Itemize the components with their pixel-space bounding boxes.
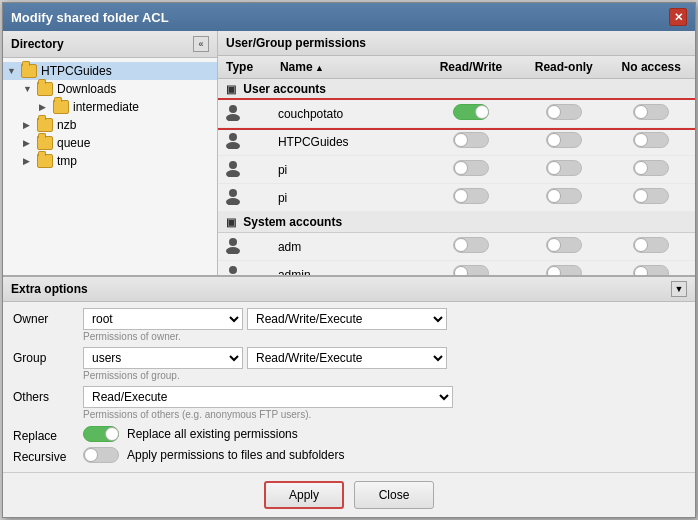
collapse-button[interactable]: «: [193, 36, 209, 52]
htpcguides-read-only[interactable]: [520, 128, 608, 156]
extra-options-expand-button[interactable]: ▼: [671, 281, 687, 297]
pi2-read-write[interactable]: [422, 184, 520, 212]
pi2-read-only[interactable]: [520, 184, 608, 212]
svg-point-2: [229, 133, 237, 141]
user-name-pi1: pi: [272, 156, 422, 184]
adm-read-only[interactable]: [520, 233, 608, 261]
pi2-no-access[interactable]: [607, 184, 695, 212]
tree-item-nzb[interactable]: ▶ nzb: [3, 116, 217, 134]
toggle-couchpotato-ro[interactable]: [546, 104, 582, 120]
tree-item-intermediate[interactable]: ▶ intermediate: [3, 98, 217, 116]
toggle-couchpotato-rw[interactable]: [453, 104, 489, 120]
user-accounts-toggle[interactable]: ▣: [226, 83, 236, 95]
user-name-pi2: pi: [272, 184, 422, 212]
replace-toggle[interactable]: [83, 426, 119, 442]
admin-no-access[interactable]: [607, 261, 695, 276]
system-accounts-toggle[interactable]: ▣: [226, 216, 236, 228]
toggle-htpcguides-na[interactable]: [633, 132, 669, 148]
owner-selects: root Read/Write/Execute: [83, 308, 685, 330]
group-permission-select[interactable]: Read/Write/Execute: [247, 347, 447, 369]
system-name-admin: admin: [272, 261, 422, 276]
adm-no-access[interactable]: [607, 233, 695, 261]
directory-panel: Directory « ▼ HTPCGuides ▼ Downloads: [3, 31, 218, 275]
toggle-adm-na[interactable]: [633, 237, 669, 253]
tree-item-downloads[interactable]: ▼ Downloads: [3, 80, 217, 98]
owner-content: root Read/Write/Execute Permissions of o…: [83, 308, 685, 345]
toggle-pi1-na[interactable]: [633, 160, 669, 176]
modify-acl-dialog: Modify shared folder ACL ✕ Directory « ▼…: [2, 2, 696, 518]
col-no-access: No access: [607, 56, 695, 79]
toggle-htpcguides-ro[interactable]: [546, 132, 582, 148]
admin-read-only[interactable]: [520, 261, 608, 276]
permissions-table-container: Type Name Read/Write Read-only No access…: [218, 56, 695, 275]
user-accounts-label: User accounts: [243, 82, 326, 96]
folder-icon-nzb: [37, 118, 53, 132]
others-content: Read/Execute Permissions of others (e.g.…: [83, 386, 685, 423]
toggle-pi1-ro[interactable]: [546, 160, 582, 176]
toggle-pi2-ro[interactable]: [546, 188, 582, 204]
group-selects: users Read/Write/Execute: [83, 347, 685, 369]
recursive-text: Apply permissions to files and subfolder…: [127, 448, 344, 462]
svg-point-7: [226, 198, 240, 205]
tree-label-htpcguides: HTPCGuides: [41, 64, 112, 78]
tree-item-queue[interactable]: ▶ queue: [3, 134, 217, 152]
toggle-pi2-rw[interactable]: [453, 188, 489, 204]
tree-label-nzb: nzb: [57, 118, 76, 132]
toggle-couchpotato-na[interactable]: [633, 104, 669, 120]
permissions-title: User/Group permissions: [226, 36, 366, 50]
close-button[interactable]: Close: [354, 481, 434, 509]
toggle-pi1-rw[interactable]: [453, 160, 489, 176]
couchpotato-no-access[interactable]: [607, 100, 695, 128]
htpcguides-read-write[interactable]: [422, 128, 520, 156]
apply-button[interactable]: Apply: [264, 481, 344, 509]
svg-point-10: [229, 266, 237, 274]
toggle-adm-ro[interactable]: [546, 237, 582, 253]
owner-permission-select[interactable]: Read/Write/Execute: [247, 308, 447, 330]
recursive-toggle[interactable]: [83, 447, 119, 463]
pi1-no-access[interactable]: [607, 156, 695, 184]
system-accounts-label: System accounts: [243, 215, 342, 229]
user-row-pi2: pi: [218, 184, 695, 212]
svg-point-3: [226, 142, 240, 149]
couchpotato-read-only[interactable]: [520, 100, 608, 128]
replace-label: Replace: [13, 425, 83, 443]
extra-options-body: Owner root Read/Write/Execute Permission…: [3, 302, 695, 472]
svg-point-9: [226, 247, 240, 254]
extra-options-header: Extra options ▼: [3, 277, 695, 302]
user-icon-couchpotato: [218, 100, 272, 128]
dialog-close-button[interactable]: ✕: [669, 8, 687, 26]
tree-item-tmp[interactable]: ▶ tmp: [3, 152, 217, 170]
toggle-admin-na[interactable]: [633, 265, 669, 275]
col-read-only: Read-only: [520, 56, 608, 79]
actions-row: Apply Close: [3, 472, 695, 517]
owner-select[interactable]: root: [83, 308, 243, 330]
adm-read-write[interactable]: [422, 233, 520, 261]
folder-icon-queue: [37, 136, 53, 150]
dialog-title: Modify shared folder ACL: [11, 10, 169, 25]
pi1-read-only[interactable]: [520, 156, 608, 184]
admin-read-write[interactable]: [422, 261, 520, 276]
toggle-htpcguides-rw[interactable]: [453, 132, 489, 148]
pi1-read-write[interactable]: [422, 156, 520, 184]
group-row: Group users Read/Write/Execute Permissio…: [13, 347, 685, 384]
couchpotato-read-write[interactable]: [422, 100, 520, 128]
owner-row: Owner root Read/Write/Execute Permission…: [13, 308, 685, 345]
col-name[interactable]: Name: [272, 56, 422, 79]
directory-header: Directory «: [3, 31, 217, 58]
group-label: Group: [13, 347, 83, 365]
replace-text: Replace all existing permissions: [127, 427, 298, 441]
folder-icon-intermediate: [53, 100, 69, 114]
htpcguides-no-access[interactable]: [607, 128, 695, 156]
tree-item-htpcguides[interactable]: ▼ HTPCGuides: [3, 62, 217, 80]
toggle-adm-rw[interactable]: [453, 237, 489, 253]
toggle-admin-rw[interactable]: [453, 265, 489, 275]
toggle-pi2-na[interactable]: [633, 188, 669, 204]
others-select[interactable]: Read/Execute: [83, 386, 453, 408]
group-select[interactable]: users: [83, 347, 243, 369]
toggle-admin-ro[interactable]: [546, 265, 582, 275]
owner-hint: Permissions of owner.: [83, 331, 685, 342]
others-label: Others: [13, 386, 83, 404]
owner-label: Owner: [13, 308, 83, 326]
system-row-adm: adm: [218, 233, 695, 261]
tree-arrow-queue: ▶: [23, 138, 37, 148]
